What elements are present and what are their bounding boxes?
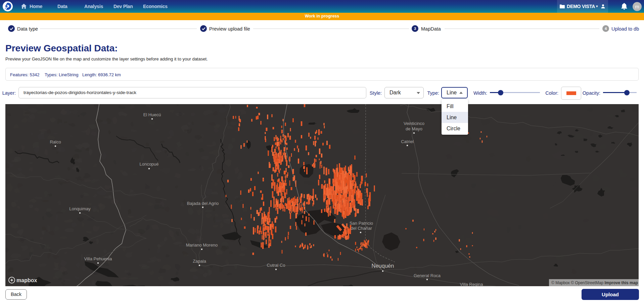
- svg-text:General Roca: General Roca: [414, 273, 441, 278]
- svg-text:Lonquimay: Lonquimay: [69, 206, 91, 211]
- svg-text:Mariano Moreno: Mariano Moreno: [186, 243, 218, 248]
- svg-text:© Mapbox © OpenStreetMap Impro: © Mapbox © OpenStreetMap Improve this ma…: [551, 280, 638, 285]
- svg-text:Catriel: Catriel: [401, 139, 414, 144]
- svg-text:Loncopué: Loncopué: [139, 162, 158, 167]
- svg-text:Neuquén: Neuquén: [372, 263, 394, 269]
- svg-text:Veinticinco: Veinticinco: [404, 121, 424, 126]
- svg-text:El Huecú: El Huecú: [143, 112, 161, 117]
- svg-text:San Patricio: San Patricio: [350, 221, 373, 226]
- svg-text:Cutral Co: Cutral Co: [267, 263, 285, 268]
- svg-text:mapbox: mapbox: [16, 277, 37, 283]
- svg-text:Villa Pehuenia: Villa Pehuenia: [84, 256, 112, 261]
- svg-text:de Mayo: de Mayo: [406, 126, 422, 131]
- svg-text:Ralco: Ralco: [50, 139, 61, 144]
- svg-text:Bajada del Agrio: Bajada del Agrio: [187, 201, 219, 206]
- svg-text:Villa Regina: Villa Regina: [460, 282, 483, 286]
- svg-text:del Chañar: del Chañar: [351, 226, 372, 231]
- svg-text:Zapala: Zapala: [193, 259, 206, 264]
